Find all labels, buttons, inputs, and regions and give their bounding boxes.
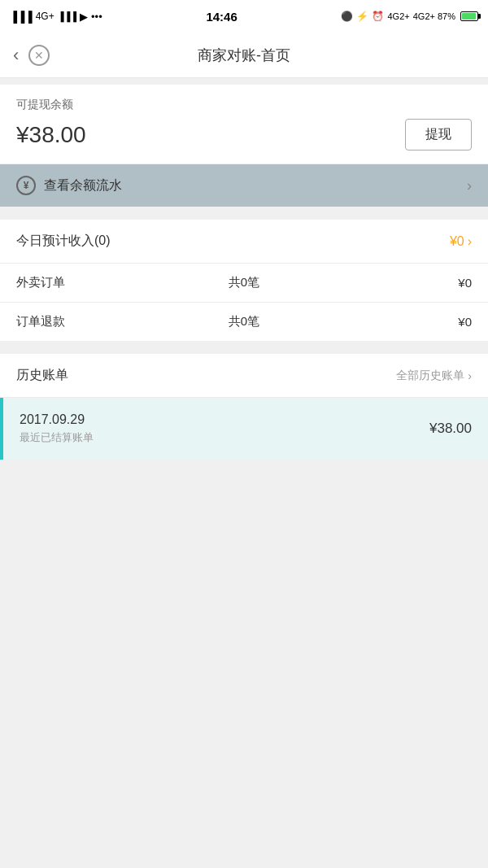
today-income-header[interactable]: 今日预计收入(0) ¥0 › — [0, 220, 488, 263]
today-income-section: 今日预计收入(0) ¥0 › 外卖订单 共0笔 ¥0 订单退款 共0笔 ¥0 — [0, 220, 488, 341]
network-type2: 4G2+ — [387, 11, 409, 21]
row2-label: 订单退款 — [16, 314, 168, 329]
alarm-icon: ⚫ — [341, 11, 353, 22]
withdraw-button[interactable]: 提现 — [405, 119, 472, 150]
status-time: 14:46 — [206, 10, 237, 24]
today-income-title: 今日预计收入(0) — [16, 233, 111, 250]
chevron-right-icon: › — [467, 177, 472, 194]
balance-section: 可提现余额 ¥38.00 提现 — [0, 85, 488, 164]
row1-amount: ¥0 — [320, 276, 472, 290]
section-divider-2 — [0, 341, 488, 347]
close-icon: ✕ — [34, 49, 44, 62]
today-income-right[interactable]: ¥0 › — [450, 234, 472, 249]
history-section: 历史账单 全部历史账单 › 2017.09.29 最近已结算账单 ¥38.00 — [0, 354, 488, 460]
row1-label: 外卖订单 — [16, 275, 168, 290]
table-row: 订单退款 共0笔 ¥0 — [0, 302, 488, 341]
history-item-date: 2017.09.29 — [20, 412, 94, 427]
signal-icon: ▐▐▐ — [10, 11, 33, 23]
today-income-amount: ¥0 — [450, 234, 464, 249]
battery-icon — [460, 11, 478, 21]
status-left: ▐▐▐ 4G+ ▐▐▐ ▶ ••• — [10, 11, 102, 23]
history-item[interactable]: 2017.09.29 最近已结算账单 ¥38.00 — [0, 398, 488, 460]
row2-amount: ¥0 — [320, 315, 472, 329]
history-all-link[interactable]: 全部历史账单 › — [396, 369, 472, 383]
history-header: 历史账单 全部历史账单 › — [0, 354, 488, 398]
today-income-chevron: › — [468, 234, 472, 249]
history-item-left: 2017.09.29 最近已结算账单 — [20, 412, 94, 445]
balance-row: ¥38.00 提现 — [16, 119, 472, 150]
status-right: ⚫ ⚡ ⏰ 4G2+ 4G2+ 87% — [341, 11, 478, 22]
balance-amount: ¥38.00 — [16, 122, 86, 148]
yuan-icon: ¥ — [16, 176, 36, 195]
balance-label: 可提现余额 — [16, 98, 472, 112]
bluetooth-icon: ⚡ — [356, 11, 368, 22]
table-row: 外卖订单 共0笔 ¥0 — [0, 263, 488, 302]
close-button[interactable]: ✕ — [28, 45, 50, 66]
back-button[interactable]: ‹ — [13, 46, 19, 64]
history-all-label: 全部历史账单 — [396, 369, 464, 383]
network-type: 4G+ — [36, 11, 54, 22]
status-bar: ▐▐▐ 4G+ ▐▐▐ ▶ ••• 14:46 ⚫ ⚡ ⏰ 4G2+ 4G2+ … — [0, 0, 488, 33]
yuan-symbol: ¥ — [24, 180, 29, 191]
view-flow-row[interactable]: ¥ 查看余额流水 › — [0, 164, 488, 207]
clock-icon: ⏰ — [372, 11, 384, 22]
row1-count: 共0笔 — [168, 275, 320, 290]
more-icon: ••• — [91, 11, 102, 23]
history-item-amount: ¥38.00 — [429, 421, 472, 437]
battery-fill — [462, 13, 476, 20]
row2-count: 共0笔 — [168, 314, 320, 329]
page-title: 商家对账-首页 — [198, 46, 290, 65]
view-flow-left: ¥ 查看余额流水 — [16, 176, 122, 195]
history-item-desc: 最近已结算账单 — [20, 430, 94, 445]
battery-percent: 4G2+ 87% — [413, 11, 455, 21]
bottom-space — [0, 460, 488, 525]
nav-left: ‹ ✕ — [13, 45, 50, 66]
history-all-chevron: › — [468, 369, 472, 382]
history-title: 历史账单 — [16, 367, 68, 384]
view-flow-label: 查看余额流水 — [44, 177, 122, 194]
nav-bar: ‹ ✕ 商家对账-首页 — [0, 33, 488, 78]
section-divider — [0, 207, 488, 213]
signal2-icon: ▐▐▐ — [58, 11, 76, 21]
video-icon: ▶ — [80, 11, 88, 23]
